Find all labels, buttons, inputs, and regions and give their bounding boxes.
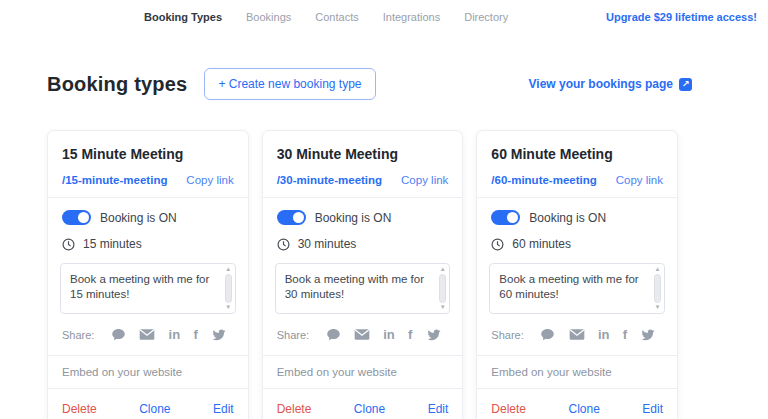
- clone-button[interactable]: Clone: [354, 402, 385, 416]
- description-text: Book a meeting with me for 15 minutes!: [61, 264, 235, 302]
- textarea-scrollbar[interactable]: ▲ ▼: [438, 266, 447, 311]
- copy-link-button[interactable]: Copy link: [186, 174, 233, 186]
- twitter-icon[interactable]: [426, 328, 442, 342]
- share-label: Share:: [62, 329, 94, 341]
- upgrade-link[interactable]: Upgrade $29 lifetime access!: [606, 11, 757, 23]
- booking-type-card: 15 Minute Meeting /15-minute-meeting Cop…: [47, 130, 249, 419]
- toggle-label: Booking is ON: [529, 211, 606, 225]
- twitter-icon[interactable]: [211, 328, 227, 342]
- share-row: Share: in f: [48, 314, 248, 355]
- toggle-label: Booking is ON: [315, 211, 392, 225]
- clock-icon: [62, 238, 75, 251]
- description-textarea[interactable]: Book a meeting with me for 30 minutes! ▲…: [275, 263, 451, 314]
- facebook-icon[interactable]: f: [193, 327, 197, 342]
- edit-button[interactable]: Edit: [642, 402, 663, 416]
- nav-items: Booking Types Bookings Contacts Integrat…: [144, 11, 508, 23]
- booking-slug-link[interactable]: /15-minute-meeting: [62, 174, 167, 186]
- toggle-knob: [507, 212, 518, 223]
- share-label: Share:: [277, 329, 309, 341]
- card-title: 30 Minute Meeting: [263, 131, 463, 162]
- share-icons: in f: [534, 327, 663, 342]
- duration-row: 60 minutes: [477, 225, 677, 263]
- description-textarea[interactable]: Book a meeting with me for 15 minutes! ▲…: [60, 263, 236, 314]
- duration-row: 15 minutes: [48, 225, 248, 263]
- scroll-up-icon[interactable]: ▲: [440, 266, 446, 273]
- top-navigation: Booking Types Bookings Contacts Integrat…: [0, 0, 768, 34]
- nav-item-integrations[interactable]: Integrations: [383, 11, 440, 23]
- embed-on-website-link[interactable]: Embed on your website: [263, 355, 463, 389]
- linkedin-icon[interactable]: in: [598, 327, 610, 342]
- clock-icon: [277, 238, 290, 251]
- booking-type-cards: 15 Minute Meeting /15-minute-meeting Cop…: [47, 130, 678, 419]
- booking-on-toggle[interactable]: [62, 210, 91, 225]
- delete-button[interactable]: Delete: [277, 402, 312, 416]
- share-icons: in f: [104, 327, 233, 342]
- card-actions: Delete Clone Edit: [477, 389, 677, 419]
- booking-type-card: 30 Minute Meeting /30-minute-meeting Cop…: [262, 130, 464, 419]
- card-title: 60 Minute Meeting: [477, 131, 677, 162]
- booking-type-card: 60 Minute Meeting /60-minute-meeting Cop…: [476, 130, 678, 419]
- email-icon[interactable]: [354, 328, 370, 341]
- booking-slug-link[interactable]: /60-minute-meeting: [491, 174, 596, 186]
- scrollbar-thumb[interactable]: [654, 274, 661, 303]
- email-icon[interactable]: [139, 328, 155, 341]
- chat-bubble-icon[interactable]: [111, 327, 126, 342]
- nav-item-contacts[interactable]: Contacts: [315, 11, 358, 23]
- booking-slug-link[interactable]: /30-minute-meeting: [277, 174, 382, 186]
- share-icons: in f: [319, 327, 448, 342]
- nav-item-booking-types[interactable]: Booking Types: [144, 11, 222, 23]
- scrollbar-thumb[interactable]: [225, 274, 232, 303]
- clock-icon: [491, 238, 504, 251]
- booking-on-toggle[interactable]: [491, 210, 520, 225]
- linkedin-icon[interactable]: in: [169, 327, 181, 342]
- booking-toggle-row: Booking is ON: [477, 198, 677, 225]
- email-icon[interactable]: [569, 328, 585, 341]
- nav-item-directory[interactable]: Directory: [464, 11, 508, 23]
- toggle-knob: [293, 212, 304, 223]
- view-bookings-page-link[interactable]: View your bookings page ↗: [529, 77, 692, 91]
- scrollbar-thumb[interactable]: [439, 274, 446, 303]
- twitter-icon[interactable]: [640, 328, 656, 342]
- facebook-icon[interactable]: f: [623, 327, 627, 342]
- copy-link-button[interactable]: Copy link: [401, 174, 448, 186]
- clone-button[interactable]: Clone: [569, 402, 600, 416]
- facebook-icon[interactable]: f: [408, 327, 412, 342]
- booking-toggle-row: Booking is ON: [48, 198, 248, 225]
- nav-item-bookings[interactable]: Bookings: [246, 11, 291, 23]
- share-row: Share: in f: [263, 314, 463, 355]
- create-booking-type-button[interactable]: + Create new booking type: [204, 68, 375, 100]
- edit-button[interactable]: Edit: [428, 402, 449, 416]
- card-title: 15 Minute Meeting: [48, 131, 248, 162]
- view-bookings-label: View your bookings page: [529, 77, 673, 91]
- embed-on-website-link[interactable]: Embed on your website: [48, 355, 248, 389]
- chat-bubble-icon[interactable]: [540, 327, 555, 342]
- share-label: Share:: [491, 329, 523, 341]
- slug-row: /30-minute-meeting Copy link: [263, 162, 463, 198]
- booking-on-toggle[interactable]: [277, 210, 306, 225]
- toggle-label: Booking is ON: [100, 211, 177, 225]
- slug-row: /60-minute-meeting Copy link: [477, 162, 677, 198]
- embed-on-website-link[interactable]: Embed on your website: [477, 355, 677, 389]
- share-row: Share: in f: [477, 314, 677, 355]
- clone-button[interactable]: Clone: [139, 402, 170, 416]
- external-link-icon: ↗: [679, 78, 692, 91]
- linkedin-icon[interactable]: in: [383, 327, 395, 342]
- scroll-up-icon[interactable]: ▲: [655, 266, 661, 273]
- toggle-knob: [78, 212, 89, 223]
- edit-button[interactable]: Edit: [213, 402, 234, 416]
- slug-row: /15-minute-meeting Copy link: [48, 162, 248, 198]
- description-textarea[interactable]: Book a meeting with me for 60 minutes! ▲…: [489, 263, 665, 314]
- scroll-down-icon[interactable]: ▼: [440, 304, 446, 311]
- textarea-scrollbar[interactable]: ▲ ▼: [653, 266, 662, 311]
- chat-bubble-icon[interactable]: [326, 327, 341, 342]
- delete-button[interactable]: Delete: [491, 402, 526, 416]
- textarea-scrollbar[interactable]: ▲ ▼: [224, 266, 233, 311]
- booking-toggle-row: Booking is ON: [263, 198, 463, 225]
- scroll-down-icon[interactable]: ▼: [225, 304, 231, 311]
- card-actions: Delete Clone Edit: [263, 389, 463, 419]
- delete-button[interactable]: Delete: [62, 402, 97, 416]
- page-header: Booking types + Create new booking type …: [47, 68, 692, 100]
- scroll-up-icon[interactable]: ▲: [225, 266, 231, 273]
- scroll-down-icon[interactable]: ▼: [655, 304, 661, 311]
- copy-link-button[interactable]: Copy link: [616, 174, 663, 186]
